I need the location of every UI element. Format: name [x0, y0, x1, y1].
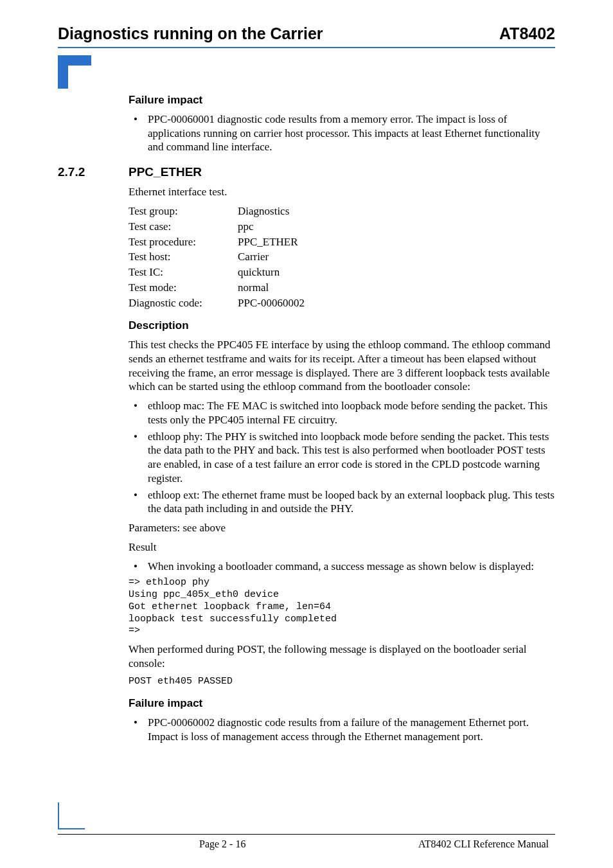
section-intro: Ethernet interface test.	[129, 185, 555, 199]
def-value: PPC_ETHER	[238, 235, 555, 249]
def-label: Test IC:	[129, 265, 238, 279]
list-item: PPC-00060001 diagnostic code results fro…	[129, 112, 555, 154]
result-list: When invoking a bootloader command, a su…	[129, 560, 555, 574]
def-value: Carrier	[238, 250, 555, 264]
description-paragraph: This test checks the PPC405 FE interface…	[129, 338, 555, 394]
def-label: Diagnostic code:	[129, 296, 238, 310]
list-item: ethloop phy: The PHY is switched into lo…	[129, 430, 555, 486]
def-label: Test host:	[129, 250, 238, 264]
list-item: When invoking a bootloader command, a su…	[129, 560, 555, 574]
svg-rect-2	[68, 66, 80, 77]
list-item: PPC-00060002 diagnostic code results fro…	[129, 716, 555, 744]
header-right: AT8402	[499, 24, 555, 43]
def-value: normal	[238, 281, 555, 295]
section-title: PPC_ETHER	[129, 164, 202, 180]
footer-manual: AT8402 CLI Reference Manual	[418, 838, 549, 850]
corner-decoration-icon	[58, 802, 85, 829]
def-value: quickturn	[238, 265, 555, 279]
definition-list: Test group: Diagnostics Test case: ppc T…	[129, 204, 555, 310]
header-divider	[58, 47, 555, 48]
post-paragraph: When performed during POST, the followin…	[129, 642, 555, 671]
failure-impact-heading-1: Failure impact	[129, 93, 555, 107]
header-left: Diagnostics running on the Carrier	[58, 24, 323, 43]
svg-rect-1	[58, 55, 91, 66]
brand-logo-icon	[58, 55, 91, 89]
def-label: Test case:	[129, 220, 238, 234]
def-label: Test mode:	[129, 281, 238, 295]
def-value: ppc	[238, 220, 555, 234]
def-value: Diagnostics	[238, 204, 555, 218]
failure-impact-list-2: PPC-00060002 diagnostic code results fro…	[129, 716, 555, 744]
def-label: Test procedure:	[129, 235, 238, 249]
failure-impact-heading-2: Failure impact	[129, 696, 555, 711]
footer-page: Page 2 - 16	[199, 838, 245, 850]
def-label: Test group:	[129, 204, 238, 218]
description-list: ethloop mac: The FE MAC is switched into…	[129, 399, 555, 516]
code-block-2: POST eth405 PASSED	[129, 676, 555, 688]
code-block-1: => ethloop phy Using ppc_405x_eth0 devic…	[129, 577, 555, 637]
list-item: ethloop ext: The ethernet frame must be …	[129, 488, 555, 517]
failure-impact-list-1: PPC-00060001 diagnostic code results fro…	[129, 112, 555, 154]
section-number: 2.7.2	[58, 164, 129, 180]
footer-divider	[58, 834, 555, 835]
result-label: Result	[129, 540, 555, 554]
description-heading: Description	[129, 319, 555, 333]
parameters-line: Parameters: see above	[129, 521, 555, 535]
list-item: ethloop mac: The FE MAC is switched into…	[129, 399, 555, 427]
def-value: PPC-00060002	[238, 296, 555, 310]
